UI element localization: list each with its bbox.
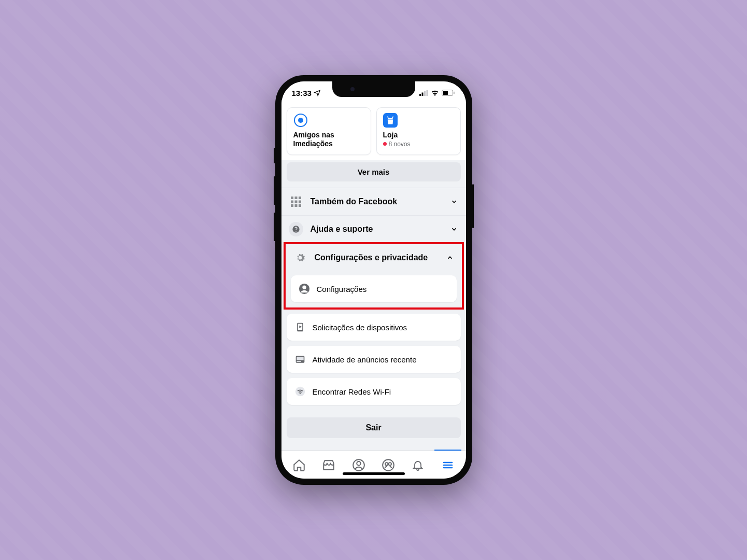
wifi-icon <box>431 90 439 96</box>
shortcut-row: Amigos nas Imediações Loja 8 novos <box>281 104 466 160</box>
menu-item-find-wifi[interactable]: Encontrar Redes Wi-Fi <box>287 378 461 405</box>
svg-rect-13 <box>294 201 297 203</box>
menu-item-label: Solicitações de dispositivos <box>313 323 407 332</box>
settings-subitems: Solicitações de dispositivos Atividade d… <box>281 310 466 408</box>
nav-notifications[interactable] <box>407 455 428 475</box>
chevron-down-icon <box>449 197 459 206</box>
accordion-help-support[interactable]: Ajuda e suporte <box>281 216 466 243</box>
svg-rect-12 <box>291 201 293 203</box>
menu-item-ad-activity[interactable]: Atividade de anúncios recente <box>287 346 461 373</box>
side-button <box>274 176 275 205</box>
svg-rect-6 <box>454 92 455 94</box>
svg-rect-1 <box>421 92 423 96</box>
help-icon <box>289 222 303 236</box>
accordion-label: Configurações e privacidade <box>315 253 438 262</box>
svg-rect-0 <box>419 94 421 96</box>
shortcut-label: Amigos nas Imediações <box>293 131 364 148</box>
notification-dot-icon <box>383 142 387 146</box>
status-time: 13:33 <box>292 89 312 97</box>
grid-icon <box>289 194 303 209</box>
svg-rect-2 <box>424 91 426 96</box>
cellular-icon <box>419 90 428 96</box>
menu-content[interactable]: Amigos nas Imediações Loja 8 novos Ver m… <box>281 104 466 451</box>
chevron-up-icon <box>445 253 455 262</box>
svg-rect-24 <box>297 357 303 360</box>
highlight-annotation: Configurações e privacidade Configuraçõe… <box>284 242 464 310</box>
svg-point-19 <box>302 286 306 289</box>
side-button <box>472 184 474 228</box>
gear-icon <box>293 250 307 265</box>
svg-rect-25 <box>297 361 301 362</box>
accordion-label: Ajuda e suporte <box>311 225 442 234</box>
shortcut-nearby-friends[interactable]: Amigos nas Imediações <box>287 107 371 155</box>
menu-item-label: Atividade de anúncios recente <box>313 355 417 364</box>
accordion-settings-privacy[interactable]: Configurações e privacidade <box>286 244 462 271</box>
svg-point-31 <box>389 463 391 465</box>
accordion-also-from-facebook[interactable]: Também do Facebook <box>281 188 466 216</box>
svg-rect-3 <box>426 90 428 96</box>
shortcut-shop[interactable]: Loja 8 novos <box>376 107 461 155</box>
battery-icon <box>442 90 455 96</box>
menu-item-label: Encontrar Redes Wi-Fi <box>313 387 391 396</box>
svg-rect-11 <box>299 197 301 199</box>
svg-rect-14 <box>299 201 301 203</box>
shortcut-badge: 8 novos <box>383 141 454 148</box>
location-icon <box>314 89 321 96</box>
nav-home[interactable] <box>289 455 309 475</box>
svg-rect-15 <box>291 204 293 207</box>
person-icon <box>298 283 311 295</box>
phone-screen: 13:33 <box>281 81 466 479</box>
svg-point-28 <box>357 461 361 465</box>
svg-rect-10 <box>294 197 297 199</box>
svg-rect-9 <box>291 197 293 199</box>
see-more-button[interactable]: Ver mais <box>287 162 461 181</box>
home-indicator[interactable] <box>343 472 405 475</box>
device-icon <box>294 321 306 333</box>
svg-point-8 <box>298 118 303 123</box>
menu-item-label: Configurações <box>317 285 367 293</box>
shop-icon <box>383 113 398 128</box>
accordion-label: Também do Facebook <box>311 197 442 206</box>
nav-menu[interactable] <box>438 455 458 475</box>
wifi-icon <box>294 385 306 398</box>
svg-point-30 <box>385 463 388 465</box>
nearby-icon <box>293 113 308 128</box>
accordion-section: Também do Facebook Ajuda e suporte <box>281 188 466 443</box>
svg-point-29 <box>383 459 394 471</box>
nav-marketplace[interactable] <box>318 455 339 475</box>
svg-rect-17 <box>299 204 301 207</box>
shortcut-label: Loja <box>383 131 454 139</box>
menu-item-settings[interactable]: Configurações <box>291 275 457 302</box>
svg-rect-5 <box>443 91 448 95</box>
side-button <box>274 213 275 241</box>
side-button <box>274 148 275 163</box>
chevron-down-icon <box>449 225 459 234</box>
logout-button[interactable]: Sair <box>287 417 461 438</box>
phone-frame: 13:33 <box>275 75 472 485</box>
ad-icon <box>294 353 306 366</box>
menu-item-device-requests[interactable]: Solicitações de dispositivos <box>287 314 461 341</box>
svg-rect-16 <box>294 204 297 207</box>
phone-notch <box>332 81 415 97</box>
